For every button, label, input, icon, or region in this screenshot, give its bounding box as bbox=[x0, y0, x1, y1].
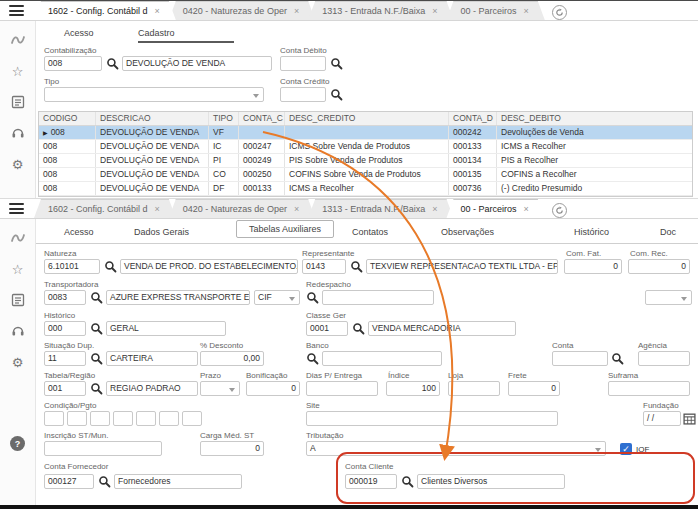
settings-gear-icon[interactable]: ⚙ bbox=[9, 155, 27, 173]
favorites-star-icon[interactable]: ☆ bbox=[9, 260, 27, 278]
tab-overflow-icon[interactable] bbox=[552, 203, 567, 218]
app-logo-icon[interactable] bbox=[9, 229, 27, 247]
com-rec-input[interactable]: 0 bbox=[628, 259, 690, 274]
search-icon[interactable] bbox=[350, 260, 363, 273]
tabela-regiao-code-input[interactable]: 001 bbox=[44, 381, 86, 396]
grid-row[interactable]: 008 DEVOLUÇÃO DE VENDA IC 000247 ICMS So… bbox=[39, 140, 692, 154]
conta-cliente-code-input[interactable]: 000019 bbox=[345, 474, 397, 489]
settings-gear-icon[interactable]: ⚙ bbox=[9, 353, 27, 371]
form-icon[interactable] bbox=[9, 93, 27, 111]
headset-icon[interactable] bbox=[9, 124, 27, 142]
conta-debito-input[interactable] bbox=[280, 56, 326, 71]
close-icon[interactable]: × bbox=[524, 6, 529, 16]
subtab-observacoes[interactable]: Observações bbox=[441, 227, 494, 237]
condicao-pgto-input[interactable] bbox=[90, 411, 110, 426]
search-icon[interactable] bbox=[104, 260, 117, 273]
bonificacao-input[interactable]: 0 bbox=[246, 381, 300, 396]
search-icon[interactable] bbox=[611, 352, 624, 365]
condicao-pgto-input[interactable] bbox=[113, 411, 133, 426]
tab-config-contabil[interactable]: 1602 - Config. Contábil d × bbox=[34, 199, 176, 218]
search-icon[interactable] bbox=[106, 57, 119, 70]
favorites-star-icon[interactable]: ☆ bbox=[9, 62, 27, 80]
representante-code-input[interactable]: 0143 bbox=[302, 259, 346, 274]
grid-header[interactable]: DESCRICAO bbox=[96, 112, 209, 125]
tab-naturezas-oper[interactable]: 0420 - Naturezas de Oper × bbox=[169, 1, 315, 20]
grid-row[interactable]: 008 DEVOLUÇÃO DE VENDA PI 000249 PIS Sob… bbox=[39, 154, 692, 168]
tab-config-contabil[interactable]: 1602 - Config. Contábil d × bbox=[34, 1, 176, 20]
search-icon[interactable] bbox=[90, 352, 103, 365]
app-logo-icon[interactable] bbox=[9, 31, 27, 49]
historico-code-input[interactable]: 000 bbox=[44, 321, 86, 336]
desconto-input[interactable]: 0,00 bbox=[200, 351, 264, 366]
close-icon[interactable]: × bbox=[432, 6, 437, 16]
search-icon[interactable] bbox=[306, 352, 319, 365]
redespacho-input[interactable] bbox=[322, 290, 434, 305]
headset-icon[interactable] bbox=[9, 322, 27, 340]
condicao-pgto-input[interactable] bbox=[136, 411, 156, 426]
subtab-cadastro[interactable]: Cadastro bbox=[138, 28, 234, 43]
agencia-input[interactable] bbox=[638, 351, 690, 366]
site-input[interactable] bbox=[306, 411, 558, 426]
banco-input[interactable] bbox=[322, 351, 442, 366]
subtab-acesso[interactable]: Acesso bbox=[64, 227, 94, 237]
grid-header[interactable]: CONTA_C bbox=[239, 112, 285, 125]
situacao-dup-code-input[interactable]: 11 bbox=[44, 351, 86, 366]
tributacao-select[interactable]: A bbox=[306, 441, 606, 456]
tab-naturezas-oper[interactable]: 0420 - Naturezas de Oper × bbox=[169, 199, 315, 218]
grid-header[interactable]: TIPO bbox=[209, 112, 239, 125]
subtab-historico[interactable]: Histórico bbox=[574, 227, 609, 237]
tab-entrada-nf[interactable]: 1313 - Entrada N.F./Baixa × bbox=[308, 1, 453, 20]
close-icon[interactable]: × bbox=[155, 6, 160, 16]
subtab-contatos[interactable]: Contatos bbox=[352, 227, 388, 237]
calendar-icon[interactable] bbox=[683, 412, 696, 425]
grid-header[interactable]: DESC_CREDITO bbox=[285, 112, 449, 125]
condicao-pgto-input[interactable] bbox=[44, 411, 64, 426]
grid-header[interactable]: CONTA_D bbox=[449, 112, 497, 125]
condicao-pgto-input[interactable] bbox=[67, 411, 87, 426]
carga-med-input[interactable]: 0 bbox=[200, 441, 264, 456]
dias-entrega-input[interactable] bbox=[306, 381, 378, 396]
frete-input[interactable]: 0 bbox=[508, 381, 560, 396]
search-icon[interactable] bbox=[401, 475, 414, 488]
frete-tipo-select[interactable]: CIF bbox=[254, 290, 300, 305]
close-icon[interactable]: × bbox=[294, 204, 299, 214]
form-icon[interactable] bbox=[9, 291, 27, 309]
loja-input[interactable] bbox=[448, 381, 500, 396]
subtab-documentos[interactable]: Doc bbox=[660, 227, 676, 237]
condicao-pgto-input[interactable] bbox=[182, 411, 202, 426]
prazo-select[interactable] bbox=[200, 381, 240, 396]
menu-icon[interactable] bbox=[9, 203, 24, 214]
grid-row-selected[interactable]: ▶008 DEVOLUÇÃO DE VENDA VF 000242 Devolu… bbox=[39, 126, 692, 140]
search-icon[interactable] bbox=[90, 291, 103, 304]
grid-row[interactable]: 008 DEVOLUÇÃO DE VENDA CO 000250 COFINS … bbox=[39, 168, 692, 182]
indice-input[interactable]: 100 bbox=[386, 381, 440, 396]
tab-overflow-icon[interactable] bbox=[552, 5, 567, 20]
menu-icon[interactable] bbox=[9, 5, 24, 16]
search-icon[interactable] bbox=[90, 382, 103, 395]
condicao-pgto-input[interactable] bbox=[159, 411, 179, 426]
conta-input[interactable] bbox=[552, 351, 608, 366]
transportadora-code-input[interactable]: 0083 bbox=[44, 290, 86, 305]
suframa-input[interactable] bbox=[608, 381, 690, 396]
search-icon[interactable] bbox=[306, 291, 319, 304]
search-icon[interactable] bbox=[98, 475, 111, 488]
iof-checkbox[interactable]: ✓ bbox=[620, 443, 632, 455]
grid-header[interactable]: DESC_DEBITO bbox=[497, 112, 692, 125]
fundacao-date-input[interactable]: / / bbox=[643, 411, 681, 426]
search-icon[interactable] bbox=[90, 322, 103, 335]
inscricao-st-input[interactable] bbox=[44, 441, 162, 456]
grid-header[interactable]: CODIGO bbox=[39, 112, 96, 125]
subtab-dados-gerais[interactable]: Dados Gerais bbox=[134, 227, 189, 237]
tab-parceiros[interactable]: 00 - Parceiros × bbox=[446, 199, 544, 218]
com-fat-input[interactable]: 0 bbox=[564, 259, 622, 274]
classe-ger-code-input[interactable]: 0001 bbox=[306, 321, 348, 336]
natureza-code-input[interactable]: 6.10101 bbox=[44, 259, 100, 274]
grid-row[interactable]: 008 DEVOLUÇÃO DE VENDA DF 000133 ICMS a … bbox=[39, 182, 692, 196]
conta-fornecedor-code-input[interactable]: 000127 bbox=[44, 474, 94, 489]
search-icon[interactable] bbox=[330, 57, 343, 70]
close-icon[interactable]: × bbox=[432, 204, 437, 214]
search-icon[interactable] bbox=[330, 88, 343, 101]
close-icon[interactable]: × bbox=[524, 204, 529, 214]
subtab-acesso[interactable]: Acesso bbox=[64, 28, 94, 38]
help-icon[interactable]: ? bbox=[10, 436, 25, 451]
